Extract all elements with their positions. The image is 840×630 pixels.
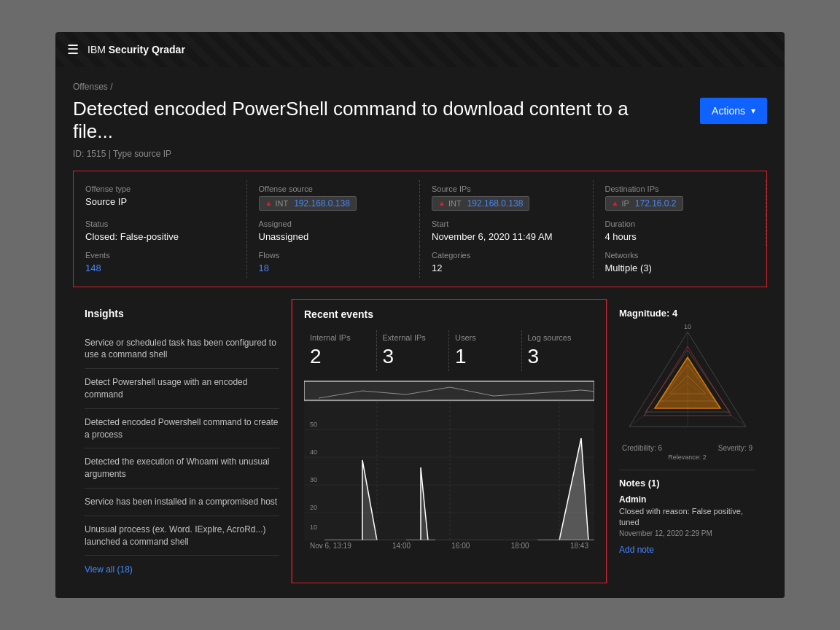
categories-cell: Categories 12	[420, 246, 594, 278]
insight-item-4[interactable]: Detected the execution of Whoami with un…	[85, 448, 279, 489]
log-sources-stat: Log sources 3	[522, 330, 595, 371]
svg-text:10: 10	[683, 324, 691, 330]
insights-title: Insights	[85, 308, 279, 319]
breadcrumb: Offenses /	[73, 82, 767, 92]
breadcrumb-separator: /	[110, 82, 112, 92]
bottom-grid: Insights Service or scheduled task has b…	[73, 299, 767, 584]
magnitude-panel: Magnitude: 4	[607, 299, 767, 584]
assigned-cell: Assigned Unassigned	[247, 215, 421, 246]
breadcrumb-link[interactable]: Offenses	[73, 82, 108, 92]
notes-section: Notes (1) Admin Closed with reason: Fals…	[619, 470, 755, 556]
view-all-button[interactable]: View all (18)	[85, 564, 279, 575]
flows-cell: Flows 18	[247, 246, 421, 278]
duration-cell: Duration 4 hours	[594, 215, 767, 246]
offense-source-badge[interactable]: ▲ INT 192.168.0.138	[259, 196, 357, 211]
menu-icon[interactable]: ☰	[67, 42, 79, 58]
destination-ips-cell: Destination IPs ▲ IP 172.16.0.2	[594, 180, 767, 215]
severity-label: Severity: 9	[718, 444, 752, 452]
arrow-up-icon3: ▲	[612, 199, 619, 207]
meta-info: ID: 1515 | Type source IP	[73, 149, 767, 159]
main-content: Offenses / Detected encoded PowerShell c…	[55, 67, 785, 599]
source-ips-cell: Source IPs ▲ INT 192.168.0.138	[420, 180, 594, 215]
svg-rect-0	[304, 380, 594, 402]
note-date: November 12, 2020 2:29 PM	[619, 529, 755, 537]
insight-item-3[interactable]: Detected encoded Powershell command to c…	[85, 409, 279, 449]
external-ips-stat: External IPs 3	[377, 330, 450, 371]
main-chart-svg: 50 40 30 20 10	[304, 402, 594, 540]
events-cell: Events 148	[74, 246, 247, 278]
radar-labels: Credibility: 6 Severity: 9	[619, 444, 755, 452]
insight-item-6[interactable]: Unusual process (ex. Word. IExplre, Acro…	[85, 516, 279, 556]
chart-minimap	[304, 380, 594, 402]
internal-ips-stat: Internal IPs 2	[304, 330, 377, 371]
dest-ip-badge[interactable]: ▲ IP 172.16.0.2	[605, 196, 683, 211]
app-title: IBM Security Qradar	[88, 44, 185, 55]
recent-events-title: Recent events	[304, 308, 594, 320]
relevance-label: Relevance: 2	[619, 454, 755, 461]
chevron-down-icon: ▾	[751, 106, 755, 116]
arrow-up-icon: ▲	[265, 199, 273, 207]
radar-chart: 10	[622, 324, 753, 441]
add-note-button[interactable]: Add note	[619, 545, 755, 555]
magnitude-title: Magnitude: 4	[619, 308, 755, 319]
svg-text:50: 50	[310, 421, 317, 428]
arrow-up-icon2: ▲	[438, 199, 446, 207]
events-stats: Internal IPs 2 External IPs 3 Users 1 Lo…	[304, 330, 594, 371]
svg-text:20: 20	[310, 504, 317, 511]
svg-text:10: 10	[310, 523, 317, 530]
insight-item-5[interactable]: Service has been installed in a compromi…	[85, 489, 279, 516]
notes-title: Notes (1)	[619, 478, 755, 489]
svg-text:40: 40	[310, 448, 317, 456]
page-title: Detected encoded PowerShell command to d…	[73, 98, 671, 143]
offense-source-cell: Offense source ▲ INT 192.168.0.138	[247, 180, 421, 215]
networks-cell: Networks Multiple (3)	[594, 246, 767, 278]
status-cell: Status Closed: False-positive	[74, 215, 247, 246]
actions-button[interactable]: Actions ▾	[700, 98, 767, 124]
note-author: Admin	[619, 494, 755, 505]
insight-item-1[interactable]: Service or scheduled task has been confi…	[85, 330, 279, 370]
note-text: Closed with reason: False positive, tune…	[619, 506, 755, 529]
source-ip-badge[interactable]: ▲ INT 192.168.0.138	[432, 196, 529, 211]
credibility-label: Credibility: 6	[622, 444, 662, 452]
offense-type-cell: Offense type Source IP	[74, 180, 247, 215]
chart-main: 50 40 30 20 10	[304, 402, 594, 540]
chart-x-labels: Nov 6, 13:19 14:00 16:00 18:00 18:43	[304, 540, 594, 551]
svg-text:30: 30	[310, 476, 317, 483]
info-grid: Offense type Source IP Offense source ▲ …	[73, 171, 767, 287]
svg-rect-2	[304, 402, 594, 540]
minimap-svg	[304, 380, 594, 402]
radar-svg: 10	[622, 324, 753, 441]
events-panel: Recent events Internal IPs 2 External IP…	[292, 299, 607, 584]
page-header: Detected encoded PowerShell command to d…	[73, 98, 767, 143]
insights-panel: Insights Service or scheduled task has b…	[73, 299, 292, 584]
top-bar: ☰ IBM Security Qradar	[55, 32, 785, 67]
users-stat: Users 1	[449, 330, 522, 371]
events-chart[interactable]: 50 40 30 20 10	[304, 380, 594, 540]
insight-item-2[interactable]: Detect Powershell usage with an encoded …	[85, 369, 279, 409]
start-cell: Start November 6, 2020 11:49 AM	[420, 215, 594, 246]
